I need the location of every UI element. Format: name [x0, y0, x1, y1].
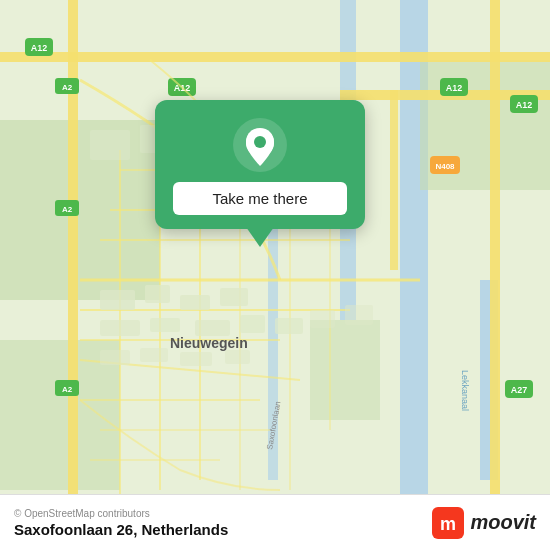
moovit-logo: m moovit — [432, 507, 536, 539]
svg-text:A12: A12 — [31, 43, 48, 53]
svg-text:A27: A27 — [511, 385, 528, 395]
popup-card: Take me there — [155, 100, 365, 229]
svg-rect-59 — [275, 318, 303, 334]
svg-text:Nieuwegein: Nieuwegein — [170, 335, 248, 351]
take-me-there-button[interactable]: Take me there — [173, 182, 347, 215]
svg-rect-66 — [310, 310, 335, 328]
svg-rect-60 — [100, 350, 130, 365]
location-pin-icon — [233, 118, 287, 172]
svg-rect-64 — [90, 130, 130, 160]
svg-text:A12: A12 — [516, 100, 533, 110]
svg-rect-67 — [345, 305, 373, 325]
map-background: A12 A2 A2 A2 A12 A12 A12 N408 A27 — [0, 0, 550, 550]
location-name: Saxofoonlaan 26, Netherlands — [14, 521, 228, 538]
bottom-left: © OpenStreetMap contributors Saxofoonlaa… — [14, 508, 228, 538]
attribution-text: © OpenStreetMap contributors — [14, 508, 228, 519]
svg-rect-13 — [390, 90, 398, 270]
svg-rect-8 — [310, 320, 380, 420]
svg-rect-63 — [225, 350, 250, 364]
moovit-icon: m — [432, 507, 464, 539]
svg-rect-54 — [220, 288, 248, 306]
map-container: A12 A2 A2 A2 A12 A12 A12 N408 A27 — [0, 0, 550, 550]
svg-rect-58 — [240, 315, 265, 333]
svg-rect-61 — [140, 348, 168, 362]
svg-text:m: m — [440, 514, 456, 534]
svg-rect-9 — [0, 52, 550, 62]
svg-text:A2: A2 — [62, 83, 73, 92]
svg-rect-57 — [195, 320, 230, 336]
svg-rect-51 — [100, 290, 135, 310]
svg-text:A2: A2 — [62, 205, 73, 214]
svg-text:Lekkanaal: Lekkanaal — [460, 370, 470, 411]
svg-rect-62 — [180, 352, 212, 366]
svg-text:N408: N408 — [435, 162, 455, 171]
moovit-brand-name: moovit — [470, 511, 536, 534]
svg-point-70 — [254, 136, 266, 148]
svg-rect-11 — [490, 0, 500, 550]
svg-text:A12: A12 — [446, 83, 463, 93]
svg-rect-55 — [100, 320, 140, 336]
bottom-bar: © OpenStreetMap contributors Saxofoonlaa… — [0, 494, 550, 550]
svg-text:A2: A2 — [62, 385, 73, 394]
svg-rect-53 — [180, 295, 210, 310]
svg-rect-52 — [145, 285, 170, 303]
svg-rect-56 — [150, 318, 180, 332]
